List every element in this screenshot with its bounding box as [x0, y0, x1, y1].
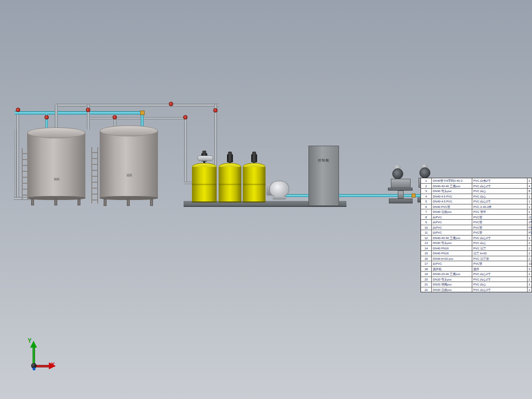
- bom-cell-spec: PVC 白心: [472, 240, 528, 246]
- bom-cell-no: 21: [421, 282, 432, 287]
- bom-row: 1DN40管卡9字码3-40-2PVC 白色2寸2: [421, 178, 532, 184]
- bom-cell-spec: PVC 白心2寸: [472, 287, 528, 293]
- bom-cell-no: 22: [421, 287, 432, 293]
- pump1-body: [391, 179, 411, 189]
- bom-cell-spec: PVC 2-40-2米: [472, 204, 528, 210]
- bom-cell-qty: 2: [528, 236, 532, 241]
- transfer-pump-motor: [269, 181, 289, 198]
- valve-handwheel-3[interactable]: [86, 108, 90, 112]
- bom-row: 15DN40 PN16法兰 b=202: [421, 251, 532, 256]
- bom-cell-qty: 1: [528, 199, 532, 204]
- bom-cell-name: DN40管卡9字码3-40-2: [432, 178, 472, 184]
- bom-row: 22DN20 活接pvcPVC 白心2寸2: [421, 287, 532, 293]
- bom-row: 5DN40-4.5 PVCPVC 白心2寸1: [421, 199, 532, 204]
- bom-row: 14DN40 PN16PVC 法兰2: [421, 246, 532, 251]
- bom-cell-qty: 1: [528, 194, 532, 200]
- bom-cell-spec: PVC管: [472, 225, 528, 231]
- pipe-cyan-top: [15, 111, 144, 115]
- bom-cell-name: DN20 活接pvc: [432, 287, 472, 293]
- pipe-union-fitting-2: [412, 194, 416, 198]
- bom-cell-no: 18: [421, 267, 432, 272]
- bom-row: 19DN40-20-40 三通pvcPVC 白心2寸2: [421, 272, 532, 277]
- tank2-label: 溶药: [120, 174, 138, 177]
- bom-cell-name: 搅拌机: [432, 267, 472, 272]
- pipe-drop-1: [55, 105, 58, 129]
- x-axis-label: X: [51, 361, 55, 368]
- bom-cell-spec: 搅拌: [472, 267, 528, 272]
- bom-row: 9白PVCPVC管(约2.5米): [421, 220, 532, 225]
- bom-cell-no: 19: [421, 272, 432, 277]
- bom-cell-name: DN40 弯头pvc: [432, 240, 472, 246]
- mixer3-motor[interactable]: [251, 154, 257, 162]
- tank1-leg: [31, 199, 34, 205]
- bom-cell-spec: PVC管: [472, 230, 528, 236]
- bom-row: 21DN20 球阀pvcPVC 白心2: [421, 282, 532, 287]
- tank2-head: [100, 125, 158, 136]
- valve-handwheel-6[interactable]: [183, 115, 188, 120]
- pipe-drop-4: [184, 118, 187, 184]
- bom-cell-no: 11: [421, 230, 432, 236]
- cad-viewport[interactable]: 加药 溶药: [0, 0, 532, 399]
- bom-cell-spec: PVC 白心2寸: [472, 236, 528, 241]
- bom-cell-name: DN20 弯头pvc: [432, 277, 472, 282]
- support-frame-mid: [91, 147, 98, 203]
- pipe-union-fitting: [140, 111, 145, 115]
- bom-cell-name: DN40 PN16: [432, 251, 472, 256]
- bom-cell-spec: PVC 法兰垫: [472, 256, 528, 262]
- bom-cell-spec: PVC管: [472, 220, 528, 225]
- bom-cell-name: DN20 球阀pvc: [432, 282, 472, 287]
- bom-cell-spec: PVC 白心: [472, 282, 528, 287]
- bom-cell-spec: PVC 法兰: [472, 246, 528, 251]
- pipe-gray-top: [55, 104, 219, 107]
- bom-row: 18搅拌机搅拌3: [421, 267, 532, 272]
- dosing1-lid-fitting: [197, 156, 213, 161]
- bom-table: 1DN40管卡9字码3-40-2PVC 白色2寸22DN40-40-40 三通p…: [420, 178, 532, 292]
- bom-row: 10白PVCPVC管约3米: [421, 225, 532, 231]
- bom-cell-qty: 2: [528, 240, 532, 246]
- valve-handwheel-1[interactable]: [16, 108, 20, 112]
- mixer2-motor[interactable]: [227, 154, 233, 162]
- bom-cell-qty: 2: [528, 209, 532, 215]
- bom-cell-no: 10: [421, 225, 432, 231]
- bom-cell-spec: PVC 白心: [472, 194, 528, 200]
- bom-row: 6DN40 PVC管PVC 2-40-2米1: [421, 204, 532, 210]
- bom-cell-name: 白PVC: [432, 225, 472, 231]
- support-frame-left: [22, 148, 28, 200]
- bom-cell-qty: 约2米: [528, 230, 532, 236]
- valve-handwheel-7[interactable]: [213, 108, 218, 113]
- tank2-leg: [127, 199, 130, 206]
- bom-row: 16DN40 b=20 pvcPVC 法兰垫2: [421, 256, 532, 262]
- bom-cell-qty: 4: [528, 184, 532, 189]
- bom-cell-qty: 2: [528, 256, 532, 262]
- bom-cell-name: 白PVC: [432, 261, 472, 267]
- bom-cell-spec: PVC 白心2寸: [472, 199, 528, 204]
- bom-cell-spec: PVC 白心2寸: [472, 184, 528, 189]
- bom-cell-spec: PVC 白心2寸: [472, 277, 528, 282]
- pump1-column: [398, 191, 404, 199]
- bom-cell-name: 白PVC: [432, 220, 472, 225]
- pipe-vertical-tank1-side: [14, 129, 16, 199]
- control-cabinet[interactable]: 控制柜: [308, 146, 339, 206]
- bom-cell-name: DN40 活接pvc: [432, 209, 472, 215]
- bom-cell-name: DN40 PN16: [432, 246, 472, 251]
- valve-handwheel-5[interactable]: [169, 102, 173, 106]
- valve-handwheel-2[interactable]: [44, 115, 49, 120]
- bom-cell-no: 8: [421, 215, 432, 220]
- bom-cell-name: DN40 PVC管: [432, 204, 472, 210]
- x-axis-line: [35, 365, 50, 367]
- valve-handwheel-4[interactable]: [113, 115, 117, 120]
- bom-row: 11白PVCPVC管约2米: [421, 230, 532, 236]
- bom-cell-spec: PVC 白心2寸: [472, 272, 528, 277]
- tank1-shell: [27, 132, 85, 199]
- bom-cell-name: DN40-40-40 三通pvc: [432, 236, 472, 241]
- tank1-leg: [77, 199, 80, 205]
- bom-row: 2DN40-40-40 三通pvcPVC 白心2寸4: [421, 184, 532, 189]
- bom-cell-no: 1: [421, 178, 432, 184]
- bom-cell-name: DN40-4.5 PVC: [432, 194, 472, 200]
- bom-cell-qty: 2: [528, 246, 532, 251]
- pump1-base: [389, 199, 413, 203]
- dosing2-seam: [219, 184, 241, 185]
- bom-row: 12DN40-40-40 三通pvcPVC 白心2寸2: [421, 236, 532, 241]
- tank2-shell: [100, 130, 158, 199]
- bom-cell-name: 白PVC: [432, 230, 472, 236]
